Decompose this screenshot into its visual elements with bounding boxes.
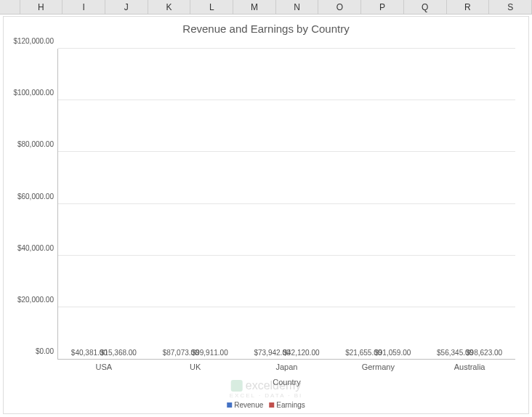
gridline (58, 203, 515, 204)
legend-item-earnings[interactable]: Earnings (269, 401, 305, 409)
watermark-icon (231, 380, 243, 392)
chart-title[interactable]: Revenue and Earnings by Country (4, 17, 528, 38)
bar-data-label: $42,120.00 (283, 349, 319, 357)
y-tick-label: $100,000.00 (13, 89, 54, 97)
gridline (58, 151, 515, 152)
col-header-M[interactable]: M (233, 0, 276, 14)
column-headers: HIJKLMNOPQRS (0, 0, 532, 15)
legend-swatch (227, 402, 232, 408)
y-tick-label: $40,000.00 (17, 243, 54, 251)
bar-data-label: $91,059.00 (374, 349, 411, 357)
x-tick-label: USA (58, 363, 150, 371)
legend-label: Revenue (234, 401, 263, 409)
legend-swatch (269, 402, 274, 408)
col-header-R[interactable]: R (447, 0, 490, 14)
col-header-O[interactable]: O (318, 0, 361, 14)
col-header-K[interactable]: K (148, 0, 191, 14)
y-tick-label: $80,000.00 (17, 140, 54, 148)
col-header-N[interactable]: N (276, 0, 319, 14)
watermark-subtitle: EXCEL · DATA · BI (230, 392, 303, 399)
x-tick-label: Japan (241, 363, 333, 371)
col-header-L[interactable]: L (190, 0, 233, 14)
col-header-I[interactable]: I (63, 0, 105, 14)
bar-data-label: $98,623.00 (466, 349, 502, 357)
y-tick-label: $60,000.00 (17, 192, 54, 200)
legend-label: Earnings (276, 401, 305, 409)
x-tick-label: Australia (424, 363, 515, 371)
col-header-P[interactable]: P (361, 0, 404, 14)
gridline (58, 307, 515, 307)
legend-item-revenue[interactable]: Revenue (227, 401, 263, 409)
col-header-blank[interactable] (0, 0, 20, 14)
col-header-J[interactable]: J (105, 0, 148, 14)
gridline (58, 48, 515, 49)
gridline (58, 255, 515, 256)
x-tick-label: Germany (332, 363, 424, 371)
y-tick-label: $20,000.00 (17, 295, 54, 303)
gridline (58, 100, 515, 100)
legend[interactable]: RevenueEarnings (227, 401, 305, 409)
y-tick-label: $120,000.00 (13, 37, 54, 45)
col-header-Q[interactable]: Q (404, 0, 447, 14)
bar-data-label: $99,911.00 (192, 349, 228, 357)
x-tick-label: UK (150, 363, 241, 371)
y-tick-label: $0.00 (36, 347, 54, 355)
chart-container[interactable]: Revenue and Earnings by Country Country … (3, 16, 529, 414)
col-header-S[interactable]: S (489, 0, 532, 14)
col-header-H[interactable]: H (20, 0, 63, 14)
plot-area[interactable]: Country $0.00$20,000.00$40,000.00$60,000… (57, 49, 515, 360)
bar-data-label: $15,368.00 (100, 349, 137, 357)
x-axis-label[interactable]: Country (273, 378, 301, 386)
